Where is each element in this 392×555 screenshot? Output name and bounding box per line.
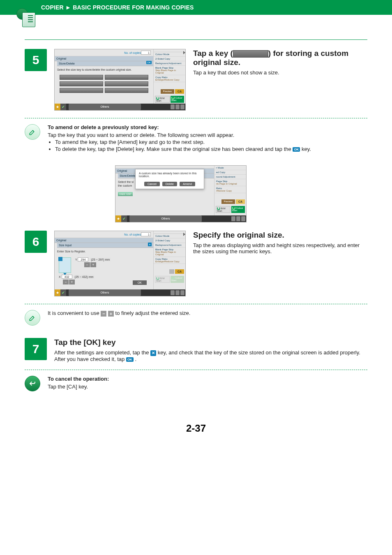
colour-start: Colour Start	[171, 276, 184, 283]
breadcrumb-section[interactable]: BASIC PROCEDURE FOR MAKING COPIES	[73, 4, 194, 11]
step6-title: Specify the original size.	[193, 231, 284, 239]
amend-bullet2: To delete the key, tap the [Delete] key.…	[55, 146, 311, 152]
breadcrumb-copier[interactable]: COPIER	[41, 4, 64, 11]
panel-bg[interactable]: Background Adjustment	[154, 61, 185, 66]
step5-desc: Tap a key that does not show a size.	[193, 69, 367, 76]
step-number-6: 6	[25, 231, 47, 253]
panel-blank-skip[interactable]: Blank Page SkipSkip Blank Page in Origin…	[154, 66, 185, 75]
others-button[interactable]: Others	[69, 104, 141, 110]
ca-button[interactable]: CA	[236, 199, 245, 204]
colour-start[interactable]: Colour Start	[231, 206, 245, 213]
copies-value[interactable]: 1	[141, 232, 151, 236]
header-icon	[16, 8, 28, 21]
size-slot[interactable]	[105, 75, 148, 80]
check-icon[interactable]: ✔	[121, 215, 127, 222]
size-slot[interactable]	[105, 88, 148, 93]
minus-icon: −	[101, 311, 106, 317]
amend-line1: Tap the key that you want to amend or de…	[48, 132, 311, 138]
step5-instruction: Select the size key to store/delete the …	[55, 66, 153, 73]
ok-icon: OK	[126, 357, 134, 362]
plus-icon: +	[108, 311, 114, 317]
bw-start: B/W Start	[155, 276, 170, 283]
others-button[interactable]: Others	[129, 215, 202, 222]
plus-button[interactable]: +	[69, 280, 75, 284]
size-slot[interactable]	[60, 81, 103, 86]
breadcrumb: COPIER ► BASIC PROCEDURE FOR MAKING COPI…	[0, 0, 392, 15]
amend-bullet1: To amend the key, tap the [Amend] key an…	[55, 139, 311, 145]
cancel-line: Tap the [CA] key.	[48, 384, 109, 390]
ok-chip[interactable]: OK	[146, 61, 152, 64]
amend-title: To amend or delete a previously stored k…	[48, 124, 311, 130]
check-icon[interactable]: ✔	[60, 104, 66, 110]
favourite-icon[interactable]: ★	[55, 104, 60, 110]
step6-desc: Tap the areas displaying width and heigh…	[193, 242, 367, 254]
step7-title: Tap the [OK] key	[54, 338, 116, 347]
ca-button[interactable]: CA	[175, 269, 184, 274]
amend-dialog-mockup: Original Store/Delete Select the sithe c…	[115, 165, 247, 222]
others-button[interactable]: Others	[69, 289, 141, 296]
close-chip[interactable]: ✕	[148, 243, 152, 246]
ok-button[interactable]: OK	[133, 280, 147, 285]
back-icon	[25, 376, 40, 391]
panel-copy-ratio[interactable]: Copy RatioEnlarge/Reduce Copy	[154, 75, 185, 82]
check-icon[interactable]: ✔	[60, 289, 66, 296]
ok-icon: OK	[293, 147, 300, 152]
note-icon	[25, 124, 40, 140]
page-number: 2-37	[25, 423, 367, 434]
amend-button[interactable]: Amend	[180, 182, 195, 186]
colour-start[interactable]: Colour Start	[171, 96, 184, 103]
favourite-icon[interactable]: ★	[55, 289, 60, 296]
pm-hint: It is convenient to use − + to finely ad…	[48, 310, 190, 317]
size-slot[interactable]	[60, 75, 103, 80]
step6-mockup: No. of copies 1 Original Size Input ✕ En…	[54, 231, 186, 296]
dialog-message: A custom size has already been stored in…	[139, 172, 201, 178]
top-rule	[25, 39, 367, 40]
empty-slot-graphic	[233, 50, 268, 58]
preview-button[interactable]: Preview	[221, 199, 235, 204]
x-value[interactable]: 432	[62, 275, 72, 279]
minus-button[interactable]: −	[84, 262, 90, 267]
bw-start[interactable]: B/W Start	[216, 206, 231, 213]
cancel-title: To cancel the operation:	[48, 376, 109, 382]
size-slot[interactable]	[60, 88, 103, 93]
y-value[interactable]: 294	[78, 257, 88, 261]
bw-start[interactable]: B/W Start	[155, 96, 170, 103]
preview-button[interactable]: Preview	[161, 89, 174, 94]
step5-mockup: No. of copies 1 Original Store/Delete OK…	[54, 49, 186, 111]
step5-title: Tap a key () for storing a custom origin…	[193, 49, 348, 67]
size-slot[interactable]	[105, 81, 148, 86]
minus-button[interactable]: −	[63, 280, 69, 284]
panel-2sided[interactable]: 2-Sided Copy	[154, 57, 185, 61]
panel-colour-mode[interactable]: Colour Mode	[154, 52, 185, 57]
delete-button[interactable]: Delete	[162, 182, 177, 186]
close-icon: ✕	[150, 350, 156, 356]
copies-label: No. of copies	[124, 51, 141, 54]
step-number-5: 5	[25, 49, 47, 71]
plus-button[interactable]: +	[90, 262, 96, 267]
copies-value[interactable]: 1	[141, 51, 151, 55]
step7-desc: After the settings are completed, tap th…	[54, 349, 367, 362]
cancel-button[interactable]: Cancel	[144, 182, 160, 186]
preview-button	[169, 269, 174, 274]
note-icon	[25, 310, 40, 326]
favourite-icon[interactable]: ★	[115, 215, 121, 222]
stored-size[interactable]: X420 Y297	[118, 192, 133, 196]
ca-button[interactable]: CA	[175, 89, 184, 94]
step-number-7: 7	[25, 338, 47, 360]
breadcrumb-sep: ►	[65, 4, 71, 11]
